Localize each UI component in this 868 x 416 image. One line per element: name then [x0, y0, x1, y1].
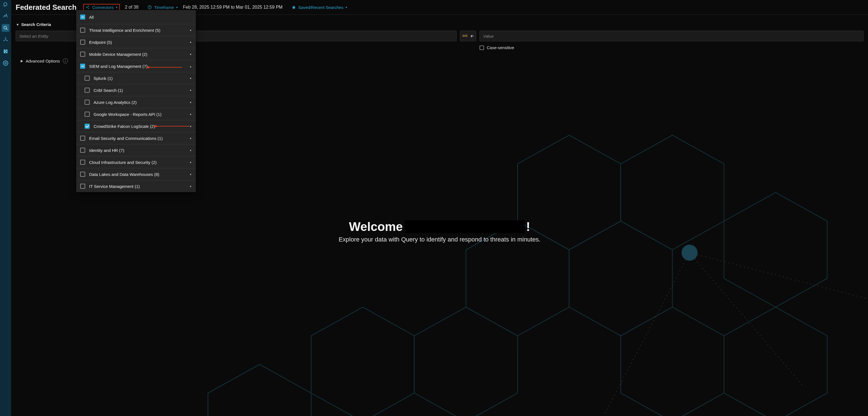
nav-connectors-icon[interactable]	[2, 36, 9, 43]
svg-point-9	[88, 6, 89, 6]
value-input[interactable]	[479, 31, 864, 41]
connector-group-label: Mobile Device Management (2)	[89, 52, 185, 57]
connector-item-row[interactable]: Azure Log Analytics (2)▾	[76, 96, 196, 108]
connector-item-label: Cribl Search (1)	[94, 88, 185, 93]
svg-line-25	[689, 253, 868, 301]
svg-marker-16	[724, 192, 827, 307]
caret-up-icon: ▴	[189, 65, 192, 68]
nav-dashboard-icon[interactable]	[2, 12, 9, 20]
connector-group-label: Email Security and Communications (1)	[89, 136, 185, 141]
caret-down-icon: ▾	[189, 125, 192, 128]
checkbox-icon	[85, 112, 90, 117]
connector-group-label: Endpoint (5)	[89, 40, 185, 45]
case-sensitive-toggle[interactable]: Case-sensitive	[479, 45, 514, 50]
caret-down-icon: ▾	[189, 173, 192, 176]
connectors-dropdown-trigger[interactable]: Connectors ▾	[83, 4, 120, 11]
operator-select[interactable]: == �ំ	[460, 31, 476, 41]
connector-group-row[interactable]: Data Lakes and Data Warehouses (8)▾	[76, 168, 196, 180]
connector-group-label: Identity and HR (7)	[89, 148, 185, 153]
chevron-down-icon: �ំ	[471, 35, 474, 38]
star-icon	[291, 5, 296, 9]
saved-searches-label: Saved/Recent Searches	[298, 5, 343, 10]
connectors-label: Connectors	[92, 5, 114, 10]
info-icon[interactable]: i	[63, 58, 68, 63]
svg-marker-19	[208, 364, 311, 416]
caret-right-icon: ▶	[21, 59, 23, 63]
connector-option-all[interactable]: All	[76, 10, 196, 24]
nav-integrations-icon[interactable]	[2, 47, 9, 55]
advanced-options-label: Advanced Options	[26, 59, 60, 63]
welcome-subtitle: Explore your data with Query to identify…	[11, 236, 868, 243]
connector-item-label: Splunk (1)	[94, 76, 185, 81]
nav-logo-icon[interactable]	[2, 1, 9, 8]
connector-group-row[interactable]: Email Security and Communications (1)▾	[76, 132, 196, 144]
connector-group-row[interactable]: IT Service Management (1)▾	[76, 180, 196, 192]
search-criteria-heading: Search Criteria	[21, 22, 51, 27]
checkbox-icon	[80, 64, 85, 69]
connector-group-label: Threat Intelligence and Enrichment (5)	[89, 28, 185, 33]
svg-point-22	[681, 245, 698, 260]
caret-down-icon: ▾	[189, 77, 192, 80]
connector-group-label: Data Lakes and Data Warehouses (8)	[89, 172, 185, 177]
svg-point-8	[86, 7, 87, 7]
checkbox-icon	[85, 76, 90, 81]
connector-item-label: Azure Log Analytics (2)	[94, 100, 185, 105]
checkbox-icon	[80, 160, 85, 165]
svg-point-10	[88, 8, 89, 9]
connector-item-row[interactable]: Google Workspace - Reports API (1)▾	[76, 108, 196, 120]
caret-down-icon: ▾	[189, 161, 192, 164]
connector-group-row[interactable]: SIEM and Log Management (7)▴	[76, 60, 196, 72]
svg-point-0	[4, 2, 7, 6]
welcome-block: Welcome ! Explore your data with Query t…	[11, 220, 868, 243]
chevron-down-icon: ▾	[345, 6, 347, 9]
caret-down-icon: ▾	[189, 41, 192, 44]
connector-group-row[interactable]: Mobile Device Management (2)▾	[76, 48, 196, 60]
caret-down-icon: ▾	[189, 185, 192, 188]
checkbox-icon	[479, 45, 484, 50]
welcome-suffix: !	[526, 220, 530, 234]
checkbox-icon	[80, 184, 85, 189]
share-nodes-icon	[86, 5, 90, 9]
svg-point-1	[4, 26, 7, 29]
connector-item-label: CrowdStrike Falcon LogScale (2)	[94, 124, 185, 129]
caret-down-icon: ▾	[189, 53, 192, 56]
connector-item-row[interactable]: Cribl Search (1)▾	[76, 84, 196, 96]
caret-down-icon: ▾	[189, 149, 192, 152]
connector-group-row[interactable]: Threat Intelligence and Enrichment (5)▾	[76, 24, 196, 36]
timeframe-value: Feb 28, 2025 12:59 PM to Mar 01, 2025 12…	[183, 5, 283, 10]
connector-group-label: IT Service Management (1)	[89, 184, 185, 189]
connectors-dropdown-panel: All Threat Intelligence and Enrichment (…	[76, 10, 196, 192]
clock-icon	[148, 5, 152, 9]
connector-item-row[interactable]: Splunk (1)▾	[76, 72, 196, 84]
timeframe-dropdown-trigger[interactable]: Timeframe ▾	[148, 5, 178, 10]
saved-searches-trigger[interactable]: Saved/Recent Searches ▾	[291, 5, 347, 10]
checkbox-icon	[80, 28, 85, 33]
checkbox-icon	[85, 88, 90, 93]
svg-line-2	[6, 29, 7, 30]
connector-item-row[interactable]: CrowdStrike Falcon LogScale (2)▾	[76, 120, 196, 132]
svg-point-3	[5, 37, 6, 38]
connector-group-row[interactable]: Endpoint (5)▾	[76, 36, 196, 48]
checkbox-icon	[85, 100, 90, 105]
nav-search-icon[interactable]	[2, 24, 9, 32]
chevron-down-icon: ▾	[176, 6, 178, 9]
caret-down-icon: ▾	[189, 89, 192, 92]
chevron-down-icon: ▾	[116, 6, 118, 9]
checkbox-icon	[80, 148, 85, 153]
connector-group-label: Cloud Infrastructure and Security (2)	[89, 160, 185, 165]
caret-down-icon: ▾	[189, 101, 192, 104]
connector-group-row[interactable]: Cloud Infrastructure and Security (2)▾	[76, 156, 196, 168]
checkbox-icon	[85, 124, 90, 129]
connector-group-label: SIEM and Log Management (7)	[89, 64, 185, 69]
case-sensitive-label: Case-sensitive	[487, 45, 514, 50]
svg-line-23	[603, 253, 689, 416]
connector-group-row[interactable]: Identity and HR (7)▾	[76, 144, 196, 156]
timeframe-label: Timeframe	[154, 5, 174, 10]
operator-value: ==	[463, 33, 468, 38]
nav-settings-icon[interactable]	[2, 59, 9, 67]
welcome-redacted-name	[404, 220, 525, 233]
caret-down-icon: ▾	[189, 137, 192, 140]
caret-down-icon: ▾	[189, 29, 192, 32]
checkbox-icon	[80, 40, 85, 45]
checkbox-indeterminate-icon	[80, 14, 85, 20]
